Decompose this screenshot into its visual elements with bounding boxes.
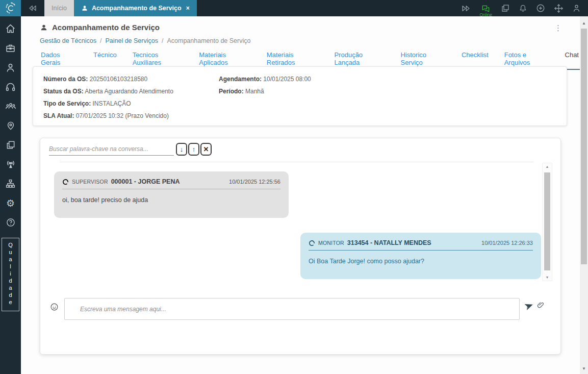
briefcase-icon[interactable] xyxy=(5,42,17,54)
scroll-down-icon[interactable]: ▼ xyxy=(580,366,588,371)
service-info-card: Número da OS: 20250106103218580 Status d… xyxy=(33,66,567,126)
close-tab-icon[interactable]: × xyxy=(186,5,190,12)
os-status-field: Status da OS: Aberta Aguardando Atendime… xyxy=(43,88,219,95)
app-logo[interactable] xyxy=(0,0,21,16)
breadcrumb-painel[interactable]: Painel de Serviços xyxy=(105,37,158,44)
online-status-label: Online xyxy=(479,13,492,17)
message-timestamp: 10/01/2025 12:25:56 xyxy=(229,179,280,185)
search-prev-button[interactable]: ↑ xyxy=(188,143,199,156)
service-type-field: Tipo de Serviço: INSTALAÇÃO xyxy=(43,100,219,107)
collapse-tabs-icon[interactable] xyxy=(25,0,40,16)
quality-module-button[interactable]: Qualidade xyxy=(2,238,19,311)
service-info-left-column: Número da OS: 20250106103218580 Status d… xyxy=(43,76,219,124)
tab-inicio[interactable]: Início xyxy=(44,0,74,16)
main-content: Acompanhamento de Serviço ⋮ Gestão de Té… xyxy=(21,16,580,374)
add-circle-icon[interactable] xyxy=(536,4,545,13)
page-scrollbar[interactable]: ▲ ▼ xyxy=(580,16,588,374)
breadcrumb-current: Acompanhamento de Serviço xyxy=(167,37,250,44)
topbar-actions: Online xyxy=(461,0,588,16)
sla-field: SLA Atual: 07/01/2025 10:32 (Prazo Venci… xyxy=(43,112,219,119)
message-author: 000001 - JORGE PENA xyxy=(111,178,180,185)
search-next-button[interactable]: ↓ xyxy=(176,143,187,156)
agent-circle-icon xyxy=(309,240,315,246)
chat-message-supervisor: SUPERVISOR 000001 - JORGE PENA 10/01/202… xyxy=(54,171,289,218)
scroll-up-icon[interactable]: ▲ xyxy=(543,165,552,168)
chat-scrollbar-thumb[interactable] xyxy=(544,172,550,270)
home-icon[interactable] xyxy=(5,22,17,35)
tab-inicio-label: Início xyxy=(52,5,67,12)
copy-pages-icon[interactable] xyxy=(5,139,17,151)
message-header: SUPERVISOR 000001 - JORGE PENA 10/01/202… xyxy=(54,171,289,189)
sitemap-icon[interactable] xyxy=(5,178,17,190)
profile-icon[interactable] xyxy=(572,4,581,13)
message-text: Oi Boa Tarde Jorge! como posso ajudar? xyxy=(300,251,541,272)
scroll-up-icon[interactable]: ▲ xyxy=(580,21,588,26)
brand-c-icon xyxy=(4,2,17,15)
chat-panel: ↓ ↑ ✕ SUPERVISOR 000001 - JORGE PENA 10/… xyxy=(40,138,561,355)
os-number-field: Número da OS: 20250106103218580 xyxy=(43,76,219,83)
user-icon[interactable] xyxy=(5,61,17,73)
attach-file-icon[interactable] xyxy=(536,301,545,310)
users-group-icon[interactable] xyxy=(5,100,17,112)
chat-scrollbar[interactable]: ▲ ▼ xyxy=(542,163,552,281)
copy-windows-icon[interactable] xyxy=(501,4,510,13)
chat-search-input[interactable] xyxy=(49,142,174,156)
message-header: MONITOR 313454 - NATALLY MENDES 10/01/20… xyxy=(300,233,541,250)
agent-circle-icon xyxy=(62,179,69,185)
tab-acompanhamento[interactable]: Acompanhamento de Serviço × xyxy=(74,0,197,16)
divider xyxy=(60,162,533,162)
quality-label: Qualidade xyxy=(7,242,14,306)
breadcrumb-gestao[interactable]: Gestão de Técnicos xyxy=(40,37,96,44)
message-author: 313454 - NATALLY MENDES xyxy=(347,239,431,246)
message-role: SUPERVISOR xyxy=(72,179,108,185)
service-info-right-column: Agendamento: 10/01/2025 08:00 Período: M… xyxy=(219,76,556,124)
send-message-icon[interactable] xyxy=(525,302,533,310)
location-pin-icon[interactable] xyxy=(5,119,17,132)
page-scrollbar-thumb[interactable] xyxy=(581,29,587,264)
help-icon[interactable] xyxy=(5,216,17,229)
scroll-down-icon[interactable]: ▼ xyxy=(543,276,552,279)
chat-message-monitor: MONITOR 313454 - NATALLY MENDES 10/01/20… xyxy=(300,233,541,279)
person-icon xyxy=(81,5,88,12)
gear-icon[interactable]: ⚙ xyxy=(5,197,17,209)
message-text: oi, boa tarde! preciso de ajuda xyxy=(54,189,289,211)
breadcrumb-separator: / xyxy=(162,37,163,44)
tab-acompanhamento-label: Acompanhamento de Serviço xyxy=(92,5,182,12)
breadcrumb: Gestão de Técnicos/Painel de Serviços/Ac… xyxy=(40,37,250,44)
chat-online-icon[interactable]: Online xyxy=(479,5,492,17)
person-icon xyxy=(40,23,48,32)
topbar: Início Acompanhamento de Serviço × Onlin… xyxy=(0,0,588,16)
message-input[interactable] xyxy=(64,298,520,320)
notifications-bell-icon[interactable] xyxy=(519,4,527,13)
message-role: MONITOR xyxy=(318,240,344,246)
schedule-field: Agendamento: 10/01/2025 08:00 xyxy=(219,76,556,83)
fast-forward-icon[interactable] xyxy=(461,4,471,13)
breadcrumb-separator: / xyxy=(100,37,101,44)
period-field: Período: Manhã xyxy=(219,88,556,95)
page-title: Acompanhamento de Serviço xyxy=(52,23,160,32)
move-expand-icon[interactable] xyxy=(554,4,564,13)
antenna-icon[interactable] xyxy=(5,158,17,170)
headset-icon[interactable] xyxy=(5,81,17,93)
more-options-icon[interactable]: ⋮ xyxy=(554,23,563,33)
sidebar: ⚙ Qualidade xyxy=(0,16,21,374)
emoji-icon[interactable] xyxy=(50,303,59,311)
message-timestamp: 10/01/2025 12:26:33 xyxy=(481,240,533,246)
page-header: Acompanhamento de Serviço xyxy=(40,23,160,32)
search-clear-button[interactable]: ✕ xyxy=(200,143,212,156)
